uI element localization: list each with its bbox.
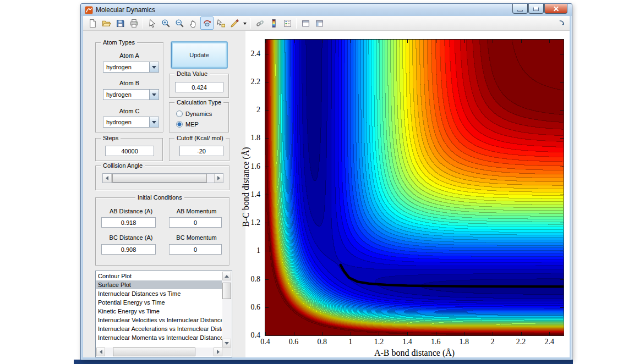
minimize-icon [517,10,523,12]
ab-momentum-input[interactable] [169,217,222,228]
list-vertical-scrollbar[interactable] [222,272,231,348]
x-tick-label: 1 [348,338,352,346]
initial-conditions-panel: Initial Conditions AB Distance (A) AB Mo… [95,197,229,266]
list-items: Contour Plot Surface Plot Internuclear D… [96,272,222,347]
insert-legend-button[interactable] [281,16,294,30]
scroll-up-button[interactable] [222,272,231,280]
cutoff-input[interactable] [179,146,223,156]
atom-a-value: hydrogen [103,62,149,72]
link-plot-button[interactable] [253,16,266,30]
ab-distance-input[interactable] [101,217,156,228]
minimize-button[interactable] [512,4,528,14]
brush-button[interactable] [228,16,241,30]
scroll-right-button[interactable] [214,348,222,356]
slider-left-arrow-button[interactable] [103,174,112,183]
list-horizontal-scrollbar[interactable] [96,348,222,356]
new-figure-button[interactable] [86,16,99,30]
slider-track[interactable] [112,174,214,183]
atom-a-select[interactable]: hydrogen [103,62,159,73]
list-item[interactable]: Internuclear Distances vs Time [96,289,222,298]
triangle-down-icon [225,342,229,347]
bc-distance-input[interactable] [101,244,156,255]
x-tick-label: 1.8 [460,338,469,346]
initial-conditions-panel-title: Initial Conditions [135,194,184,201]
slider-right-arrow-button[interactable] [214,174,223,183]
close-button[interactable] [544,4,567,14]
atom-types-panel-title: Atom Types [101,39,137,46]
slider-thumb[interactable] [112,174,207,183]
zoom-in-icon [161,19,171,28]
window-client-area: Atom Types Atom A hydrogen Atom B hydrog… [83,16,570,357]
insert-colorbar-button[interactable] [267,16,280,30]
triangle-up-icon [225,273,229,278]
y-tick-label: 2 [236,106,260,114]
zoom-in-button[interactable] [159,16,172,30]
open-file-button[interactable] [100,16,113,30]
radio-dynamics[interactable]: Dynamics [176,110,212,118]
zoom-out-button[interactable] [173,16,186,30]
scroll-left-button[interactable] [96,348,105,356]
brush-dropdown-button[interactable] [242,16,248,30]
show-plot-tools-icon [315,19,324,28]
title-bar[interactable]: Molecular Dynamics [81,4,572,16]
update-button[interactable]: Update [171,42,227,68]
list-item[interactable]: Surface Plot [96,280,222,289]
save-figure-button[interactable] [113,16,127,30]
chevron-down-icon [149,90,158,100]
dock-figure-button[interactable] [556,18,567,29]
data-cursor-icon [216,19,226,28]
print-figure-button[interactable] [127,16,140,30]
figure-toolbar [83,16,570,31]
new-figure-icon [88,19,97,28]
triangle-right-icon [217,350,222,354]
x-tick-label: 2.2 [516,338,526,346]
radio-mep[interactable]: MEP [176,120,199,128]
list-item[interactable]: Internuclear Accelerations vs Internucle… [96,324,222,333]
list-item[interactable]: Internuclear Momenta vs Internuclear Dis… [96,333,222,342]
toolbar-separator [296,18,297,29]
dock-figure-icon [558,19,566,27]
calculation-type-panel: Calculation Type Dynamics MEP [169,102,229,133]
print-figure-icon [129,19,139,28]
contour-plot-canvas[interactable] [265,40,564,335]
app-window: Molecular Dynamics [80,3,572,360]
collision-angle-slider[interactable] [102,173,223,183]
brush-icon [230,19,239,28]
hide-plot-tools-button[interactable] [299,16,312,30]
x-tick-label: 2 [490,338,494,346]
x-tick-label: 1.2 [374,338,384,346]
data-cursor-button[interactable] [214,16,227,30]
steps-input[interactable] [105,146,154,156]
list-item[interactable]: Internuclear Velocities vs Internuclear … [96,316,222,324]
x-tick-label: 0.4 [260,338,270,346]
collision-angle-panel: Collision Angle [95,166,229,190]
x-tick-label: 1.6 [431,338,441,346]
bc-momentum-input[interactable] [169,244,222,255]
collision-angle-panel-title: Collision Angle [101,162,145,169]
list-item[interactable]: Kinetic Energy vs Time [96,307,222,316]
horizontal-scroll-thumb[interactable] [113,348,195,356]
atom-b-select[interactable]: hydrogen [103,89,159,100]
x-axis-ticks: 0.40.60.811.21.41.61.822.22.4 [265,337,564,345]
list-item[interactable]: Potential Energy vs Time [96,298,222,307]
plot-type-listbox[interactable]: Contour Plot Surface Plot Internuclear D… [95,271,232,357]
list-item[interactable]: Contour Plot [96,272,222,280]
edit-plot-button[interactable] [145,16,158,30]
show-plot-tools-button[interactable] [313,16,326,30]
delta-value-panel: Delta Value [169,74,229,98]
link-plot-icon [255,19,265,28]
rotate-3d-button[interactable] [200,16,214,30]
scroll-down-button[interactable] [222,339,231,348]
cutoff-panel: Cutoff (Kcal/ mol) [169,138,229,161]
maximize-button[interactable] [528,4,544,14]
delta-value-input[interactable] [175,82,223,92]
x-tick-label: 2.4 [544,338,554,346]
bc-distance-label: BC Distance (A) [100,234,162,241]
vertical-scroll-thumb[interactable] [222,283,231,299]
scrollbar-corner [222,348,231,356]
atom-c-select[interactable]: hydrogen [103,117,159,128]
plot-area[interactable] [265,39,564,336]
pan-button[interactable] [187,16,200,30]
atom-a-label: Atom A [96,52,163,59]
toolbar-separator [143,18,143,29]
